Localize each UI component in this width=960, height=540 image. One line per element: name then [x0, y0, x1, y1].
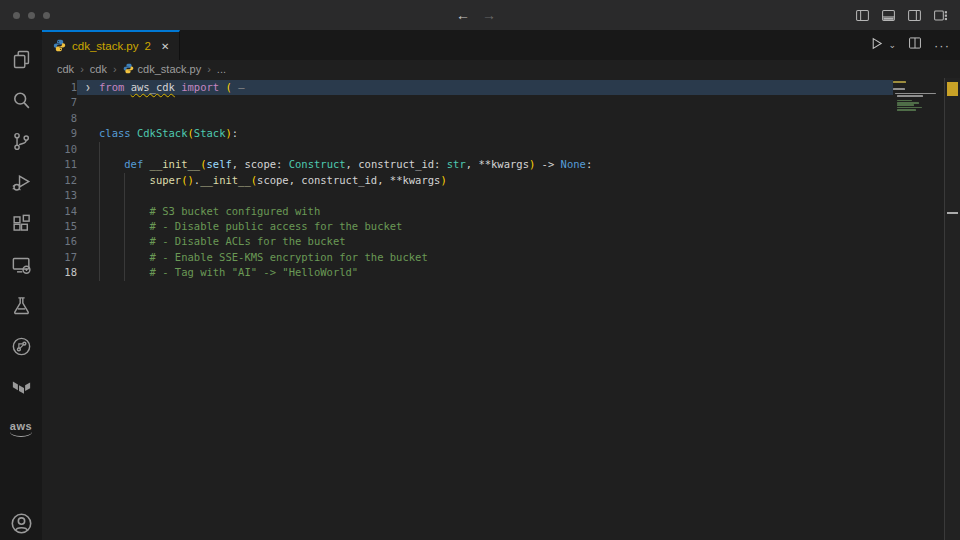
code-line[interactable]: 11 def __init__(self, scope: Construct, … — [42, 157, 893, 172]
run-and-debug-icon[interactable] — [0, 162, 42, 203]
fold-gutter — [77, 250, 99, 265]
window-dot-icon[interactable] — [13, 12, 20, 19]
indent-guide — [124, 250, 125, 265]
overview-ruler[interactable] — [944, 78, 960, 540]
indent-guide — [99, 188, 100, 203]
run-python-file-icon[interactable] — [869, 36, 884, 55]
window-dot-icon[interactable] — [43, 12, 50, 19]
run-dropdown-chevron-icon[interactable]: ⌄ — [888, 40, 896, 50]
line-number[interactable]: 16 — [42, 234, 77, 249]
code-line[interactable]: 14 # S3 bucket configured with — [42, 204, 893, 219]
line-number[interactable]: 9 — [42, 126, 77, 141]
code-line[interactable]: 18 # - Tag with "AI" -> "HelloWorld" — [42, 265, 893, 280]
tab-bar: cdk_stack.py 2 ✕ ⌄ ··· — [42, 30, 960, 60]
fold-gutter — [77, 204, 99, 219]
code-text: from aws_cdk import ( – — [99, 80, 893, 95]
code-line[interactable]: 12 super().__init__(scope, construct_id,… — [42, 173, 893, 188]
breadcrumb-file[interactable]: cdk_stack.py — [138, 63, 202, 75]
code-line[interactable]: 1❯from aws_cdk import ( – — [42, 80, 893, 95]
split-editor-icon[interactable] — [908, 36, 922, 54]
minimap[interactable] — [893, 78, 944, 540]
code-text: super().__init__(scope, construct_id, **… — [99, 173, 893, 188]
line-number[interactable]: 1 — [42, 80, 77, 95]
code-text — [99, 188, 893, 203]
nav-back-icon[interactable]: ← — [456, 7, 470, 23]
accounts-icon[interactable] — [0, 506, 42, 540]
code-line[interactable]: 10 — [42, 142, 893, 157]
more-actions-icon[interactable]: ··· — [934, 38, 950, 53]
line-number[interactable]: 12 — [42, 173, 77, 188]
breadcrumb-symbol[interactable]: ... — [217, 63, 226, 75]
toggle-primary-sidebar-icon[interactable] — [855, 8, 870, 23]
fold-gutter — [77, 265, 99, 280]
breadcrumb-folder[interactable]: cdk — [57, 63, 74, 75]
code-text: def __init__(self, scope: Construct, con… — [99, 157, 893, 172]
editor-pane[interactable]: 1❯from aws_cdk import ( –789class CdkSta… — [42, 78, 960, 540]
indent-guide — [124, 173, 125, 188]
line-number[interactable]: 14 — [42, 204, 77, 219]
indent-guide — [124, 234, 125, 249]
toggle-secondary-sidebar-icon[interactable] — [907, 8, 922, 23]
fold-gutter — [77, 173, 99, 188]
line-number[interactable]: 17 — [42, 250, 77, 265]
code-text — [99, 111, 893, 126]
chevron-right-icon: › — [80, 63, 84, 75]
customize-layout-icon[interactable] — [933, 8, 948, 23]
line-number[interactable]: 10 — [42, 142, 77, 157]
indent-guide — [99, 173, 100, 188]
python-file-icon — [53, 39, 66, 54]
nav-forward-icon[interactable]: → — [482, 7, 496, 23]
fold-gutter — [77, 126, 99, 141]
indent-guide — [124, 204, 125, 219]
window-dot-icon[interactable] — [28, 12, 35, 19]
tab-filename: cdk_stack.py — [72, 40, 138, 52]
chevron-right-icon: › — [207, 63, 211, 75]
fold-gutter — [77, 234, 99, 249]
explorer-icon[interactable] — [0, 39, 42, 80]
code-line[interactable]: 13 — [42, 188, 893, 203]
toggle-panel-icon[interactable] — [881, 8, 896, 23]
testing-beaker-icon[interactable] — [0, 285, 42, 326]
search-icon[interactable] — [0, 80, 42, 121]
code-text — [99, 142, 893, 157]
aws-swoosh-icon — [10, 430, 32, 437]
tab-problems-badge: 2 — [144, 40, 150, 52]
indent-guide — [124, 265, 125, 280]
code-line[interactable]: 17 # - Enable SSE-KMS encryption for the… — [42, 250, 893, 265]
fold-gutter — [77, 219, 99, 234]
indent-guide — [124, 188, 125, 203]
indent-guide — [99, 204, 100, 219]
line-number[interactable]: 15 — [42, 219, 77, 234]
extensions-icon[interactable] — [0, 203, 42, 244]
tab-cdk-stack[interactable]: cdk_stack.py 2 ✕ — [42, 30, 180, 60]
line-number[interactable]: 13 — [42, 188, 77, 203]
line-number[interactable]: 18 — [42, 265, 77, 280]
code-line[interactable]: 9class CdkStack(Stack): — [42, 126, 893, 141]
code-text: # - Disable public access for the bucket — [99, 219, 893, 234]
line-number[interactable]: 7 — [42, 95, 77, 110]
code-line[interactable]: 16 # - Disable ACLs for the bucket — [42, 234, 893, 249]
window-controls[interactable] — [13, 12, 50, 19]
fold-chevron-icon[interactable]: ❯ — [77, 80, 99, 95]
tab-close-icon[interactable]: ✕ — [161, 41, 169, 52]
code-line[interactable]: 7 — [42, 95, 893, 110]
fold-gutter — [77, 188, 99, 203]
code-line[interactable]: 15 # - Disable public access for the buc… — [42, 219, 893, 234]
code-lines: 1❯from aws_cdk import ( –789class CdkSta… — [42, 80, 893, 281]
terraform-icon[interactable] — [0, 367, 42, 408]
aws-icon[interactable]: aws — [0, 408, 42, 449]
code-line[interactable]: 8 — [42, 111, 893, 126]
indent-guide — [99, 250, 100, 265]
breadcrumb-folder[interactable]: cdk — [90, 63, 107, 75]
source-control-icon[interactable] — [0, 121, 42, 162]
line-number[interactable]: 8 — [42, 111, 77, 126]
indent-guide — [124, 219, 125, 234]
line-number[interactable]: 11 — [42, 157, 77, 172]
breadcrumb: cdk › cdk › cdk_stack.py › ... — [42, 60, 960, 78]
ruler-warning-marker — [947, 82, 958, 96]
remote-explorer-icon[interactable] — [0, 244, 42, 285]
fold-gutter — [77, 95, 99, 110]
code-text: # S3 bucket configured with — [99, 204, 893, 219]
ruler-cursor-marker — [947, 212, 958, 214]
pipeline-circle-icon[interactable] — [0, 326, 42, 367]
